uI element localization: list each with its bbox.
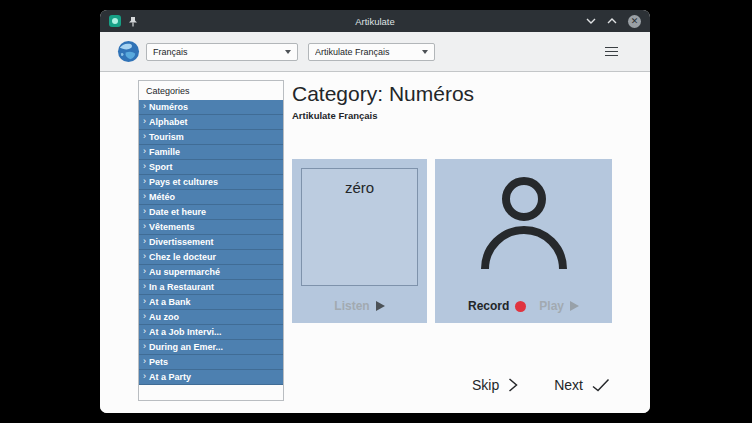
sidebar-item-label: Au zoo	[149, 312, 179, 322]
chevron-right-icon: ›	[143, 177, 146, 186]
chevron-down-icon	[422, 50, 428, 54]
sidebar-item-label: At a Job Intervi...	[149, 327, 222, 337]
sidebar-item-label: Chez le docteur	[149, 252, 216, 262]
menu-icon[interactable]	[603, 44, 620, 60]
record-label: Record	[468, 299, 509, 313]
sidebar-item[interactable]: ›Chez le docteur	[139, 250, 283, 265]
page-title: Category: Numéros	[292, 82, 612, 106]
sidebar-item[interactable]: ›At a Party	[139, 370, 283, 385]
sidebar-item-label: During an Emer...	[149, 342, 223, 352]
sidebar-item-label: Tourism	[149, 132, 184, 142]
language-select[interactable]: Français	[146, 43, 298, 61]
sidebar-item[interactable]: ›Vêtements	[139, 220, 283, 235]
language-select-value: Français	[153, 47, 188, 57]
chevron-right-icon: ›	[143, 117, 146, 126]
play-button[interactable]: Play	[539, 299, 579, 313]
record-card: Record Play	[435, 159, 612, 323]
chevron-right-icon: ›	[143, 282, 146, 291]
sidebar-item[interactable]: ›At a Job Intervi...	[139, 325, 283, 340]
chevron-right-icon: ›	[143, 252, 146, 261]
chevron-right-icon: ›	[143, 147, 146, 156]
chevron-right-icon: ›	[143, 207, 146, 216]
categories-header: Categories	[139, 81, 283, 100]
sidebar-item-label: Famille	[149, 147, 180, 157]
play-label: Play	[539, 299, 564, 313]
listen-button[interactable]: Listen	[334, 299, 384, 313]
sidebar-item-label: At a Bank	[149, 297, 191, 307]
sidebar-item[interactable]: ›In a Restaurant	[139, 280, 283, 295]
record-dot-icon	[515, 301, 526, 312]
chevron-right-icon: ›	[143, 162, 146, 171]
maximize-icon[interactable]	[607, 17, 617, 25]
sidebar-item-label: Au supermarché	[149, 267, 220, 277]
chevron-right-icon: ›	[143, 357, 146, 366]
pin-icon[interactable]	[128, 16, 138, 27]
sidebar-item[interactable]: ›Alphabet	[139, 115, 283, 130]
phrase-box: zéro	[301, 168, 418, 286]
phrase-text: zéro	[345, 179, 374, 196]
chevron-right-icon: ›	[143, 132, 146, 141]
chevron-right-icon: ›	[143, 342, 146, 351]
chevron-right-icon: ›	[143, 102, 146, 111]
main-panel: Category: Numéros Artikulate Français zé…	[292, 80, 612, 401]
sidebar-item-label: In a Restaurant	[149, 282, 214, 292]
window-title: Artikulate	[100, 16, 650, 27]
listen-card: zéro Listen	[292, 159, 427, 323]
chevron-right-icon: ›	[143, 237, 146, 246]
sidebar-item-label: Date et heure	[149, 207, 206, 217]
sidebar-item-label: Numéros	[149, 102, 188, 112]
chevron-right-icon: ›	[143, 222, 146, 231]
sidebar-item[interactable]: ›Pays et cultures	[139, 175, 283, 190]
record-button[interactable]: Record	[468, 299, 526, 313]
sidebar-item[interactable]: ›Au supermarché	[139, 265, 283, 280]
sidebar-item-label: Pets	[149, 357, 168, 367]
minimize-icon[interactable]	[586, 17, 596, 25]
sidebar-item-label: At a Party	[149, 372, 191, 382]
app-icon	[109, 15, 121, 27]
sidebar-item-label: Pays et cultures	[149, 177, 218, 187]
sidebar-item[interactable]: ›Météo	[139, 190, 283, 205]
sidebar-item-label: Alphabet	[149, 117, 188, 127]
chevron-right-icon: ›	[143, 312, 146, 321]
play-triangle-icon	[570, 301, 579, 311]
globe-icon	[117, 40, 140, 63]
desktop-background: Artikulate ✕ Franç	[0, 0, 752, 423]
chevron-right-icon	[508, 377, 518, 393]
close-icon[interactable]: ✕	[628, 15, 641, 28]
sidebar-item-label: Sport	[149, 162, 173, 172]
next-label: Next	[554, 377, 583, 393]
toolbar: Français Artikulate Français	[100, 32, 650, 72]
titlebar: Artikulate ✕	[100, 10, 650, 32]
skip-button[interactable]: Skip	[472, 377, 518, 393]
sidebar-item-label: Divertissement	[149, 237, 214, 247]
course-select-value: Artikulate Français	[315, 47, 390, 57]
sidebar-item[interactable]: ›During an Emer...	[139, 340, 283, 355]
chevron-right-icon: ›	[143, 327, 146, 336]
chevron-right-icon: ›	[143, 192, 146, 201]
sidebar-item-label: Vêtements	[149, 222, 195, 232]
skip-label: Skip	[472, 377, 499, 393]
check-icon	[592, 378, 610, 392]
chevron-right-icon: ›	[143, 297, 146, 306]
sidebar-item[interactable]: ›At a Bank	[139, 295, 283, 310]
sidebar-item[interactable]: ›Sport	[139, 160, 283, 175]
page-subtitle: Artikulate Français	[292, 110, 612, 121]
listen-label: Listen	[334, 299, 369, 313]
course-select[interactable]: Artikulate Français	[308, 43, 435, 61]
content-area: Categories ›Numéros›Alphabet›Tourism›Fam…	[100, 72, 650, 413]
sidebar-item[interactable]: ›Pets	[139, 355, 283, 370]
sidebar-item-label: Météo	[149, 192, 175, 202]
sidebar-item[interactable]: ›Divertissement	[139, 235, 283, 250]
footer-actions: Skip Next	[292, 377, 612, 393]
sidebar-item[interactable]: ›Famille	[139, 145, 283, 160]
categories-panel: Categories ›Numéros›Alphabet›Tourism›Fam…	[138, 80, 284, 401]
sidebar-item[interactable]: ›Tourism	[139, 130, 283, 145]
next-button[interactable]: Next	[554, 377, 610, 393]
sidebar-item[interactable]: ›Date et heure	[139, 205, 283, 220]
sidebar-item[interactable]: ›Au zoo	[139, 310, 283, 325]
chevron-right-icon: ›	[143, 267, 146, 276]
chevron-right-icon: ›	[143, 372, 146, 381]
app-window: Artikulate ✕ Franç	[100, 10, 650, 413]
sidebar-item[interactable]: ›Numéros	[139, 100, 283, 115]
sidebar-items: ›Numéros›Alphabet›Tourism›Famille›Sport›…	[139, 100, 283, 385]
